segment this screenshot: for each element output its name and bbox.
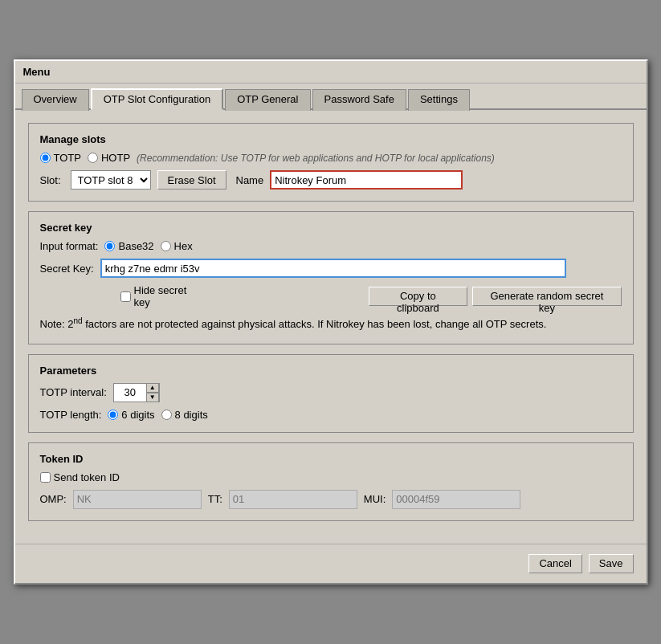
hotp-radio[interactable] [88,153,98,163]
eight-digits-radio[interactable] [161,410,172,420]
totp-length-label: TOTP length: [40,409,102,421]
main-window: Menu Overview OTP Slot Configuration OTP… [14,59,648,585]
parameters-section: Parameters TOTP interval: ▲ ▼ TOTP lengt… [28,354,634,433]
erase-slot-button[interactable]: Erase Slot [157,170,226,190]
hex-label[interactable]: Hex [161,240,193,252]
tab-bar: Overview OTP Slot Configuration OTP Gene… [15,84,647,110]
name-label: Name [236,174,264,186]
secret-key-section: Secret key Input format: Base32 Hex Secr… [28,211,634,344]
six-digits-radio[interactable] [108,410,118,420]
spinner-up-button[interactable]: ▲ [146,383,159,393]
tab-otp-slot[interactable]: OTP Slot Configuration [91,88,223,110]
totp-interval-row: TOTP interval: ▲ ▼ [40,383,622,402]
note-text: Note: 2nd factors are not protected agai… [40,315,622,332]
token-id-title: Token ID [40,453,622,465]
secret-key-row: Secret Key: [40,259,622,278]
generate-random-button[interactable]: Generate random secret key [472,287,621,306]
totp-length-row: TOTP length: 6 digits 8 digits [40,409,622,421]
tt-label: TT: [208,493,222,505]
hide-secret-label[interactable]: Hide secret key [120,284,203,308]
eight-digits-label[interactable]: 8 digits [161,409,208,421]
copy-to-clipboard-button[interactable]: Copy to clipboard [369,287,468,306]
token-id-section: Token ID Send token ID OMP: TT: MUI: [28,442,634,521]
hotp-label[interactable]: HOTP [88,152,130,164]
totp-radio[interactable] [40,153,51,163]
totp-interval-label: TOTP interval: [40,386,107,398]
base32-radio[interactable] [104,241,115,251]
omp-label: OMP: [40,493,67,505]
tab-settings[interactable]: Settings [408,89,470,111]
send-token-row: Send token ID [40,471,622,483]
tab-overview[interactable]: Overview [22,89,89,111]
input-format-row: Input format: Base32 Hex [40,240,622,252]
token-fields-row: OMP: TT: MUI: [40,490,622,509]
totp-label[interactable]: TOTP [40,152,81,164]
six-digits-label[interactable]: 6 digits [108,409,154,421]
otp-type-row: TOTP HOTP (Recommendation: Use TOTP for … [40,152,622,164]
cancel-button[interactable]: Cancel [528,554,581,573]
slot-row: Slot: TOTP slot 1 TOTP slot 2 TOTP slot … [40,170,622,190]
recommendation-text: (Recommendation: Use TOTP for web applic… [137,153,495,164]
name-input[interactable] [270,170,463,190]
spinner-down-button[interactable]: ▼ [146,393,159,402]
title-bar: Menu [15,61,647,84]
slot-select[interactable]: TOTP slot 1 TOTP slot 2 TOTP slot 3 TOTP… [71,170,151,190]
main-content: Manage slots TOTP HOTP (Recommendation: … [15,110,647,544]
tab-password-safe[interactable]: Password Safe [312,89,406,111]
totp-interval-spinner: ▲ ▼ [113,383,160,402]
secret-key-label: Secret Key: [40,263,94,275]
send-token-checkbox[interactable] [40,472,51,483]
secret-key-title: Secret key [40,222,622,234]
omp-input[interactable] [73,490,202,509]
spinner-buttons: ▲ ▼ [146,383,159,402]
secret-key-actions-row: Hide secret key Copy to clipboard Genera… [40,284,622,308]
send-token-label[interactable]: Send token ID [40,471,120,483]
tab-otp-general[interactable]: OTP General [225,89,310,111]
secret-key-input[interactable] [100,259,566,278]
slot-label: Slot: [40,174,61,186]
base32-label[interactable]: Base32 [104,240,153,252]
hide-secret-checkbox[interactable] [120,291,131,302]
footer: Cancel Save [15,544,647,583]
window-title: Menu [23,66,51,78]
input-format-label: Input format: [40,240,99,252]
hex-radio[interactable] [161,241,171,251]
manage-slots-section: Manage slots TOTP HOTP (Recommendation: … [28,123,634,202]
totp-interval-input[interactable] [114,384,146,401]
parameters-title: Parameters [40,365,622,377]
mui-label: MUI: [364,493,386,505]
mui-input[interactable] [392,490,520,509]
manage-slots-title: Manage slots [40,133,622,145]
save-button[interactable]: Save [589,554,634,573]
tt-input[interactable] [229,490,357,509]
